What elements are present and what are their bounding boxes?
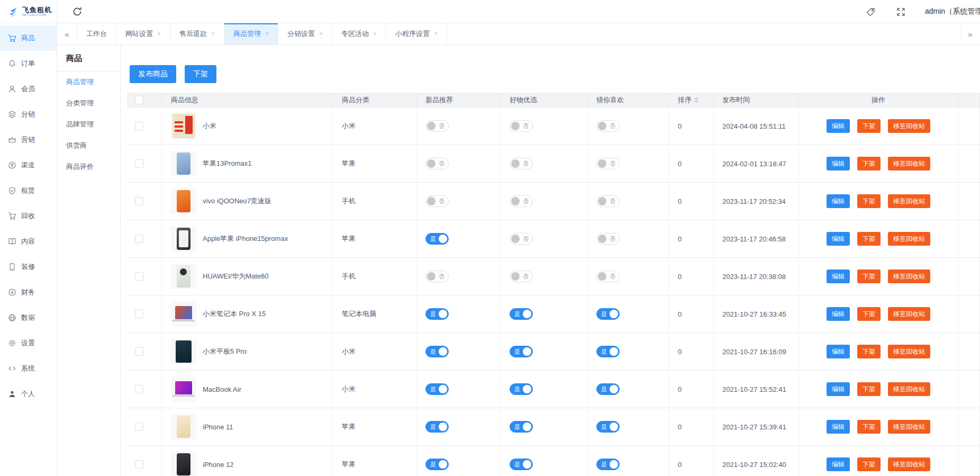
offshelf-row-button[interactable]: 下架: [857, 232, 881, 246]
move-to-recycle-button[interactable]: 移至回收站: [888, 382, 930, 396]
toggle-on[interactable]: 是: [510, 383, 533, 395]
offshelf-row-button[interactable]: 下架: [857, 194, 881, 208]
offshelf-row-button[interactable]: 下架: [857, 157, 881, 170]
toggle-on[interactable]: 是: [596, 308, 620, 320]
toggle-off[interactable]: 否: [510, 195, 533, 207]
toggle-on[interactable]: 是: [510, 459, 533, 470]
move-to-recycle-button[interactable]: 移至回收站: [888, 345, 930, 358]
submenu-item-分类管理[interactable]: 分类管理: [57, 93, 120, 114]
sort-caret-icon[interactable]: [694, 97, 698, 103]
toggle-on[interactable]: 是: [425, 459, 449, 470]
toggle-off[interactable]: 否: [510, 233, 533, 245]
sidebar-item-分销[interactable]: 分销: [0, 102, 57, 127]
select-all-checkbox[interactable]: [135, 96, 143, 104]
offshelf-row-button[interactable]: 下架: [857, 420, 881, 434]
row-checkbox[interactable]: [135, 347, 143, 356]
toggle-on[interactable]: 是: [596, 459, 620, 470]
toggle-on[interactable]: 是: [596, 421, 620, 433]
tab-专区活动[interactable]: 专区活动×: [332, 23, 386, 44]
toggle-on[interactable]: 是: [425, 233, 449, 245]
close-icon[interactable]: ×: [319, 31, 323, 37]
move-to-recycle-button[interactable]: 移至回收站: [888, 457, 930, 471]
sidebar-item-财务[interactable]: 财务: [0, 280, 57, 305]
user-menu[interactable]: admin（系统管理员）: [925, 7, 980, 16]
tabs-collapse-icon[interactable]: «: [57, 23, 77, 44]
sidebar-item-装修[interactable]: 装修: [0, 254, 57, 280]
move-to-recycle-button[interactable]: 移至回收站: [888, 307, 930, 321]
toggle-on[interactable]: 是: [596, 346, 620, 357]
close-icon[interactable]: ×: [265, 31, 269, 37]
edit-button[interactable]: 编辑: [827, 420, 850, 434]
sidebar-item-内容[interactable]: 内容: [0, 229, 57, 254]
submenu-item-商品评价[interactable]: 商品评价: [57, 156, 120, 177]
sidebar-item-数据[interactable]: 数据: [0, 305, 57, 330]
sidebar-item-渠道[interactable]: 渠道: [0, 152, 57, 178]
submenu-item-品牌管理[interactable]: 品牌管理: [57, 114, 120, 135]
tab-商品管理[interactable]: 商品管理×: [224, 23, 278, 44]
edit-button[interactable]: 编辑: [827, 232, 850, 246]
row-checkbox[interactable]: [135, 159, 143, 168]
sidebar-item-会员[interactable]: 会员: [0, 76, 57, 102]
toggle-off[interactable]: 否: [425, 195, 449, 207]
toggle-off[interactable]: 否: [596, 195, 620, 207]
offshelf-row-button[interactable]: 下架: [857, 307, 881, 321]
close-icon[interactable]: ×: [157, 31, 161, 37]
edit-button[interactable]: 编辑: [827, 345, 850, 358]
toggle-off[interactable]: 否: [425, 120, 449, 132]
toggle-off[interactable]: 否: [425, 158, 449, 169]
fullscreen-icon[interactable]: [896, 7, 906, 17]
toggle-on[interactable]: 是: [510, 421, 533, 433]
move-to-recycle-button[interactable]: 移至回收站: [888, 232, 930, 246]
move-to-recycle-button[interactable]: 移至回收站: [888, 119, 930, 133]
sidebar-item-营销[interactable]: 营销: [0, 127, 57, 152]
close-icon[interactable]: ×: [434, 31, 438, 37]
tab-工作台[interactable]: 工作台: [77, 23, 116, 44]
tabs-expand-icon[interactable]: »: [960, 23, 980, 44]
row-checkbox[interactable]: [135, 122, 143, 130]
close-icon[interactable]: ×: [373, 31, 377, 37]
sidebar-item-设置[interactable]: 设置: [0, 330, 57, 356]
edit-button[interactable]: 编辑: [827, 157, 850, 170]
offshelf-row-button[interactable]: 下架: [857, 457, 881, 471]
edit-button[interactable]: 编辑: [827, 457, 850, 471]
row-checkbox[interactable]: [135, 460, 143, 469]
offshelf-button[interactable]: 下架: [185, 65, 216, 83]
row-checkbox[interactable]: [135, 385, 143, 393]
toggle-off[interactable]: 否: [596, 120, 620, 132]
edit-button[interactable]: 编辑: [827, 194, 850, 208]
tag-icon[interactable]: [866, 7, 876, 17]
row-checkbox[interactable]: [135, 235, 143, 243]
row-checkbox[interactable]: [135, 310, 143, 318]
row-checkbox[interactable]: [135, 423, 143, 431]
toggle-on[interactable]: 是: [510, 346, 533, 357]
tab-小程序设置[interactable]: 小程序设置×: [386, 23, 447, 44]
edit-button[interactable]: 编辑: [827, 119, 850, 133]
offshelf-row-button[interactable]: 下架: [857, 270, 881, 283]
move-to-recycle-button[interactable]: 移至回收站: [888, 157, 930, 170]
sidebar-item-订单[interactable]: 订单: [0, 51, 57, 76]
move-to-recycle-button[interactable]: 移至回收站: [888, 194, 930, 208]
toggle-on[interactable]: 是: [425, 421, 449, 433]
submenu-item-商品管理[interactable]: 商品管理: [57, 71, 120, 93]
app-logo[interactable]: 飞鱼租机 FEIYUZUJI.COM: [0, 0, 57, 23]
move-to-recycle-button[interactable]: 移至回收站: [888, 420, 930, 434]
row-checkbox[interactable]: [135, 197, 143, 205]
toggle-off[interactable]: 否: [596, 233, 620, 245]
toggle-on[interactable]: 是: [596, 383, 620, 395]
toggle-off[interactable]: 否: [510, 120, 533, 132]
publish-product-button[interactable]: 发布商品: [130, 65, 176, 83]
sidebar-item-租赁[interactable]: 租赁: [0, 178, 57, 203]
row-checkbox[interactable]: [135, 272, 143, 281]
tab-售后退款[interactable]: 售后退款×: [170, 23, 224, 44]
sidebar-item-系统[interactable]: 系统: [0, 356, 57, 381]
refresh-icon[interactable]: [72, 6, 83, 17]
toggle-on[interactable]: 是: [510, 308, 533, 320]
toggle-off[interactable]: 否: [596, 271, 620, 282]
sidebar-item-回收[interactable]: 回收: [0, 203, 57, 229]
tab-网站设置[interactable]: 网站设置×: [116, 23, 170, 44]
offshelf-row-button[interactable]: 下架: [857, 119, 881, 133]
edit-button[interactable]: 编辑: [827, 307, 850, 321]
toggle-off[interactable]: 否: [510, 158, 533, 169]
sidebar-item-个人[interactable]: 个人: [0, 381, 57, 407]
edit-button[interactable]: 编辑: [827, 382, 850, 396]
